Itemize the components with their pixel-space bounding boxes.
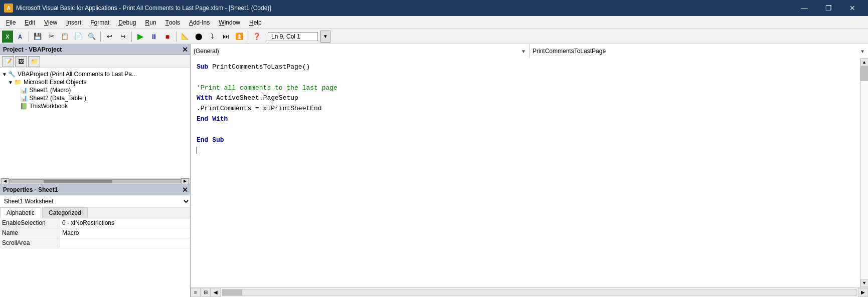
tab-categorized[interactable]: Categorized: [42, 207, 88, 218]
proc-dropdown-label: PrintCommentsToLastPage: [533, 48, 606, 55]
paste-button[interactable]: 📄: [72, 31, 85, 43]
sheet1-label: Sheet1 (Macro): [30, 87, 71, 94]
code-line-8: End Sub: [197, 135, 854, 146]
proc-dropdown[interactable]: PrintCommentsToLastPage ▼: [530, 44, 868, 58]
view-code-button[interactable]: 📝: [2, 56, 14, 67]
proc-dropdown-arrow: ▼: [860, 49, 865, 54]
prop-name-enableselection: EnableSelection: [0, 218, 60, 228]
vba-icon-btn[interactable]: A: [14, 31, 27, 43]
copy-button[interactable]: 📋: [58, 31, 71, 43]
sheet2-arrow: [16, 96, 19, 101]
breakpoint-button[interactable]: ⬤: [192, 31, 205, 43]
help-button[interactable]: ❓: [250, 31, 263, 43]
general-dropdown-label: (General): [194, 48, 219, 55]
code-line-3: 'Print all comments to the last page: [197, 83, 854, 94]
sheet1-icon: 📊: [20, 87, 28, 94]
properties-panel: Properties - Sheet1 ✕ Sheet1 Worksheet A…: [0, 184, 190, 297]
tree-node-sheet1[interactable]: 📊 Sheet1 (Macro): [0, 86, 190, 94]
hscroll-track[interactable]: [9, 179, 181, 183]
menu-run[interactable]: Run: [141, 17, 160, 28]
properties-panel-header: Properties - Sheet1 ✕: [0, 184, 190, 195]
menu-window[interactable]: Window: [215, 17, 244, 28]
restore-button[interactable]: ❐: [817, 0, 840, 16]
menu-addins[interactable]: Add-Ins: [185, 17, 214, 28]
menu-view[interactable]: View: [40, 17, 61, 28]
code-body: Sub PrintCommentsToLastPage() 'Print all…: [191, 58, 868, 287]
run-button[interactable]: ▶: [134, 31, 147, 43]
vscroll-track[interactable]: [860, 66, 868, 279]
tree-node-excel-objects[interactable]: ▼ 📁 Microsoft Excel Objects: [0, 78, 190, 86]
tree-node-vbaproject[interactable]: ▼ 🔧 VBAProject (Print All Comments to La…: [0, 70, 190, 78]
cut-button[interactable]: ✂: [45, 31, 58, 43]
tree-node-sheet2[interactable]: 📊 Sheet2 (Data_Table ): [0, 94, 190, 102]
undo-button[interactable]: ↩: [103, 31, 116, 43]
prop-value-enableselection[interactable]: 0 - xlNoRestrictions: [60, 218, 190, 228]
code-line-6: End With: [197, 114, 854, 125]
thisworkbook-arrow: [16, 104, 19, 109]
pause-button[interactable]: ⏸: [147, 31, 160, 43]
toolbar: X A 💾 ✂ 📋 📄 🔍 ↩ ↪ ▶ ⏸ ■ 📐 ⬤ ⤵ ⏭ ⏫ ❓ Ln 9…: [0, 29, 868, 44]
tab-alphabetic[interactable]: Alphabetic: [0, 207, 41, 218]
hscroll-right-arrow[interactable]: ▶: [181, 178, 189, 184]
vscroll-thumb[interactable]: [860, 66, 868, 81]
prop-value-name[interactable]: Macro: [60, 228, 190, 238]
left-panel: Project - VBAProject ✕ 📝 🖼 📁 ▼ 🔧 VBAProj…: [0, 44, 191, 297]
menu-tools[interactable]: Tools: [161, 17, 184, 28]
menu-format[interactable]: Format: [86, 17, 113, 28]
minimize-button[interactable]: —: [793, 0, 816, 16]
properties-object-select[interactable]: Sheet1 Worksheet: [0, 195, 190, 207]
menu-file[interactable]: File: [2, 17, 20, 28]
general-dropdown[interactable]: (General) ▼: [191, 44, 530, 58]
prop-name-name: Name: [0, 228, 60, 238]
find-button[interactable]: 🔍: [85, 31, 98, 43]
toggle-folders-button[interactable]: 📁: [28, 56, 40, 67]
redo-button[interactable]: ↪: [116, 31, 129, 43]
hscroll-thumb[interactable]: [44, 180, 112, 183]
excel-objects-icon: 📁: [14, 79, 22, 86]
stepinto-button[interactable]: ⤵: [206, 31, 219, 43]
code-editor[interactable]: Sub PrintCommentsToLastPage() 'Print all…: [191, 58, 860, 287]
menu-bar: File Edit View Insert Format Debug Run T…: [0, 16, 868, 29]
cursor-position: Ln 9, Col 1: [268, 32, 318, 41]
project-tree: ▼ 🔧 VBAProject (Print All Comments to La…: [0, 68, 190, 178]
view-object-button[interactable]: 🖼: [15, 56, 27, 67]
scroll-indicator[interactable]: ▼: [320, 31, 330, 43]
code-hscroll-track[interactable]: [222, 289, 857, 296]
save-button[interactable]: 💾: [31, 31, 44, 43]
view-proc-button[interactable]: ≡: [191, 288, 201, 297]
prop-row-enableselection: EnableSelection 0 - xlNoRestrictions: [0, 218, 190, 228]
project-close-button[interactable]: ✕: [182, 46, 188, 54]
userform-button[interactable]: 📐: [179, 31, 192, 43]
menu-edit[interactable]: Edit: [21, 17, 39, 28]
vscroll-down-arrow[interactable]: ▼: [860, 279, 869, 287]
hscroll-left-arrow[interactable]: ◀: [211, 288, 221, 297]
sep5: [248, 32, 248, 42]
prop-value-scrollarea[interactable]: [60, 238, 190, 248]
code-hscroll-thumb[interactable]: [222, 289, 242, 295]
expand-arrow-excel: ▼: [8, 80, 13, 85]
close-button[interactable]: ✕: [841, 0, 864, 16]
project-toolbar: 📝 🖼 📁: [0, 55, 190, 68]
sep4: [176, 32, 177, 42]
properties-close-button[interactable]: ✕: [182, 186, 188, 194]
code-line-4: With ActiveSheet.PageSetup: [197, 93, 854, 104]
hscroll-right-arrow[interactable]: ▶: [858, 288, 868, 297]
tree-node-thisworkbook[interactable]: 📗 ThisWorkbook: [0, 102, 190, 110]
hscroll-left-arrow[interactable]: ◀: [1, 178, 9, 184]
menu-debug[interactable]: Debug: [114, 17, 140, 28]
stop-button[interactable]: ■: [161, 31, 174, 43]
expand-arrow: ▼: [2, 72, 7, 77]
menu-insert[interactable]: Insert: [62, 17, 85, 28]
stepover-button[interactable]: ⏭: [219, 31, 232, 43]
stepout-button[interactable]: ⏫: [233, 31, 246, 43]
vscroll-up-arrow[interactable]: ▲: [860, 58, 869, 66]
sheet2-icon: 📊: [20, 95, 28, 102]
excel-icon-btn[interactable]: X: [2, 31, 13, 43]
sheet2-label: Sheet2 (Data_Table ): [30, 95, 86, 102]
code-vscrollbar[interactable]: ▲ ▼: [860, 58, 868, 287]
menu-help[interactable]: Help: [245, 17, 266, 28]
sep1: [29, 32, 29, 42]
view-full-button[interactable]: ⊟: [201, 288, 211, 297]
prop-name-scrollarea: ScrollArea: [0, 238, 60, 248]
project-hscrollbar[interactable]: ◀ ▶: [0, 178, 190, 184]
